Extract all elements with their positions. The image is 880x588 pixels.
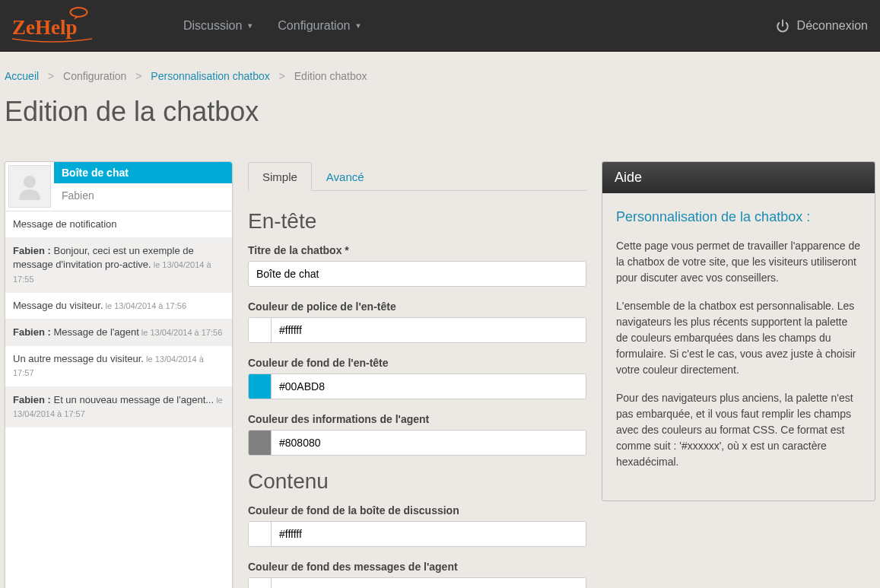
agent-msg-bg-label: Couleur de fond des messages de l'agent (248, 561, 586, 573)
chatbox-bg-input[interactable] (272, 522, 586, 546)
chat-message-timestamp: le 13/04/2014 à 17:56 (103, 301, 186, 310)
help-panel: Aide Personnalisation de la chatbox : Ce… (602, 161, 875, 501)
header-bg-color-input[interactable] (272, 374, 586, 399)
chatbox-bg-swatch[interactable] (249, 522, 272, 546)
help-paragraph: Cette page vous permet de travailler l'a… (616, 238, 861, 286)
svg-text:Help: Help (35, 16, 78, 39)
help-panel-title: Aide (602, 162, 875, 193)
chatbox-title: Boîte de chat (54, 162, 232, 183)
chat-message-text: Un autre message du visiteur. (13, 353, 144, 364)
agent-info-color-input[interactable] (272, 431, 586, 455)
chatbox-agent-name: Fabien (54, 183, 232, 208)
nav-item-label: Configuration (278, 19, 350, 33)
chatbox-preview: Boîte de chat Fabien Message de notifica… (5, 161, 233, 588)
section-header-contenu: Contenu (248, 469, 586, 494)
chatbox-bg-label: Couleur de fond de la boîte de discussio… (248, 504, 586, 516)
chat-message-timestamp: le 13/04/2014 à 17:56 (139, 328, 222, 337)
header-bg-color-label: Couleur de fond de l'en-tête (248, 357, 586, 369)
help-paragraph: L'ensemble de la chatbox est personnalis… (616, 298, 861, 378)
chatbox-header: Boîte de chat Fabien (5, 162, 232, 211)
chatbox-preview-column: Boîte de chat Fabien Message de notifica… (5, 161, 233, 588)
header-font-color-swatch[interactable] (249, 318, 272, 342)
breadcrumb-home[interactable]: Accueil (5, 70, 39, 82)
breadcrumb-current: Edition chatbox (294, 70, 367, 82)
chat-message: Fabien : Et un nouveau message de l'agen… (5, 387, 232, 427)
chat-message: Un autre message du visiteur. le 13/04/2… (5, 346, 232, 386)
help-paragraph: Pour des navigateurs plus anciens, la pa… (616, 390, 861, 470)
breadcrumb-sep: > (48, 70, 54, 82)
chatbox-title-input[interactable] (248, 261, 586, 287)
logout-label: Déconnexion (797, 19, 868, 33)
help-column: Aide Personnalisation de la chatbox : Ce… (602, 161, 875, 501)
chat-message-author: Fabien : (13, 394, 51, 405)
nav-menu: Discussion ▼ Configuration ▼ (176, 13, 776, 39)
chevron-down-icon: ▼ (246, 22, 253, 30)
form-column: Simple Avancé En-tête Titre de la chatbo… (248, 161, 586, 588)
header-bg-color-swatch[interactable] (249, 374, 272, 399)
agent-info-color-swatch[interactable] (249, 431, 272, 455)
chat-message: Fabien : Message de l'agent le 13/04/201… (5, 319, 232, 346)
logo[interactable]: Ze Help (12, 7, 92, 45)
agent-info-color-label: Couleur des informations de l'agent (248, 413, 586, 425)
header-font-color-input[interactable] (272, 318, 586, 342)
chat-notification: Message de notification (5, 211, 232, 238)
logout-button[interactable]: Déconnexion (776, 19, 868, 33)
tab-advanced[interactable]: Avancé (312, 162, 379, 191)
chat-message-text: Et un nouveau message de l'agent... (51, 394, 214, 405)
tabs: Simple Avancé (248, 161, 586, 191)
section-header-entete: En-tête (248, 209, 586, 234)
agent-msg-bg-swatch[interactable] (249, 578, 272, 588)
chat-message-author: Fabien : (13, 245, 51, 256)
breadcrumb-sep: > (135, 70, 141, 82)
top-navbar: Ze Help Discussion ▼ Configuration ▼ Déc… (0, 0, 880, 52)
avatar (8, 165, 51, 208)
breadcrumb: Accueil > Configuration > Personnalisati… (0, 52, 880, 88)
svg-text:Ze: Ze (12, 16, 35, 39)
breadcrumb-sep: > (279, 70, 285, 82)
chatbox-body: Message de notification Fabien : Bonjour… (5, 211, 232, 588)
svg-point-2 (71, 8, 87, 17)
chat-message-text: Message de l'agent (51, 326, 139, 338)
header-font-color-label: Couleur de police de l'en-tête (248, 300, 586, 313)
chevron-down-icon: ▼ (354, 22, 361, 30)
chat-message: Message du visiteur. le 13/04/2014 à 17:… (5, 293, 232, 319)
tab-simple[interactable]: Simple (248, 162, 312, 191)
chat-message-text: Message du visiteur. (13, 300, 103, 311)
help-heading: Personnalisation de la chatbox : (616, 207, 861, 227)
breadcrumb-config: Configuration (63, 70, 126, 82)
chatbox-title-label: Titre de la chatbox * (248, 244, 586, 256)
agent-msg-bg-input[interactable] (272, 578, 586, 588)
power-icon (776, 19, 789, 33)
nav-item-label: Discussion (183, 19, 242, 33)
nav-item-configuration[interactable]: Configuration ▼ (270, 13, 369, 39)
nav-item-discussion[interactable]: Discussion ▼ (176, 13, 261, 39)
chat-message-author: Fabien : (13, 326, 51, 338)
page-title: Edition de la chatbox (0, 88, 880, 143)
breadcrumb-personalization[interactable]: Personnalisation chatbox (151, 70, 269, 82)
svg-point-4 (24, 176, 36, 188)
chat-message: Fabien : Bonjour, ceci est un exemple de… (5, 238, 232, 293)
